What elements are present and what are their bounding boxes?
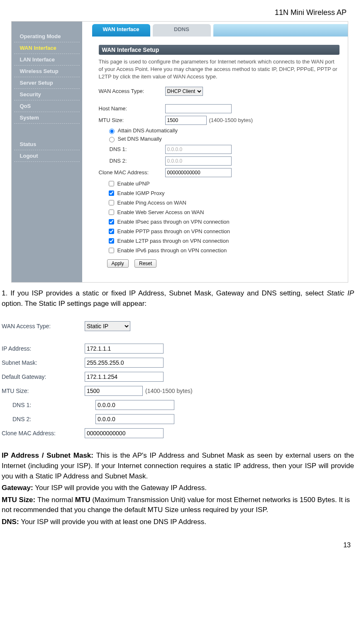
check-row: Enable Web Server Access on WAN (107, 208, 339, 216)
checkbox-1[interactable] (109, 190, 114, 196)
s2-wan-select[interactable]: Static IP (85, 321, 130, 331)
sidebar-item-qos[interactable]: QoS (14, 100, 80, 112)
page-number: 13 (0, 533, 359, 549)
sidebar-item-logout[interactable]: Logout (14, 150, 80, 162)
check-row: Enable IPsec pass through on VPN connect… (107, 218, 339, 226)
check-label: Enable IGMP Proxy (117, 190, 165, 196)
check-row: Enable PPTP pass through on VPN connecti… (107, 227, 339, 235)
reset-button[interactable]: Reset (134, 259, 156, 268)
s2-wan-label: WAN Access Type: (2, 323, 85, 329)
instruction-step-1: 1. If you ISP provides a static or fixed… (0, 288, 356, 309)
s2-mask-label: Subnet Mask: (2, 359, 85, 366)
s2-mac-input[interactable] (85, 428, 164, 438)
s2-mtu-label: MTU Size: (2, 388, 85, 394)
checkbox-2[interactable] (109, 200, 114, 205)
paragraph-dns: DNS: Your ISP will provide you with at l… (0, 517, 356, 527)
s2-gw-input[interactable] (85, 372, 164, 382)
paragraph-mtu: MTU Size: The normal MTU (Maximum Transm… (0, 495, 356, 515)
s2-dns2-label: DNS 2: (2, 416, 95, 422)
sidebar-item-wan-interface[interactable]: WAN Interface (14, 42, 80, 54)
s2-dns1-label: DNS 1: (2, 402, 95, 408)
apply-button[interactable]: Apply (107, 259, 129, 268)
check-row: Enable IGMP Proxy (107, 189, 339, 197)
sidebar-item-lan-interface[interactable]: LAN Interface (14, 54, 80, 66)
sidebar-item-system[interactable]: System (14, 112, 80, 124)
paragraph-ip-subnet: IP Address / Subnet Mask: This is the AP… (0, 451, 356, 481)
host-name-input[interactable] (165, 104, 232, 113)
checkbox-3[interactable] (109, 210, 114, 215)
mtu-size-label: MTU Size: (99, 117, 165, 123)
dns-manual-label: Set DNS Manually (118, 136, 162, 142)
s2-dns1-input[interactable] (95, 400, 174, 410)
check-row: Enable L2TP pass through on VPN connecti… (107, 237, 339, 245)
dns1-input[interactable] (165, 145, 232, 154)
paragraph-gateway: Gateway: Your ISP will provide you with … (0, 483, 356, 493)
s2-mask-input[interactable] (85, 358, 164, 368)
s2-mtu-input[interactable] (85, 386, 143, 396)
sidebar-item-operating-mode[interactable]: Operating Mode (14, 31, 80, 42)
mtu-size-input[interactable] (165, 116, 207, 125)
clone-mac-label: Clone MAC Address: (99, 169, 165, 176)
checkbox-4[interactable] (109, 219, 114, 224)
checkbox-6[interactable] (109, 238, 114, 244)
tab-ddns[interactable]: DDNS (153, 24, 211, 37)
panel-title: WAN Interface Setup (99, 45, 339, 55)
checkbox-0[interactable] (109, 181, 114, 186)
check-label: Enable IPsec pass through on VPN connect… (117, 219, 230, 225)
sidebar-item-wireless-setup[interactable]: Wireless Setup (14, 66, 80, 77)
tab-wan-interface[interactable]: WAN Interface (92, 24, 150, 37)
check-row: Enable Ping Access on WAN (107, 199, 339, 207)
dns1-label: DNS 1: (110, 146, 165, 152)
s2-mac-label: Clone MAC Address: (2, 430, 85, 437)
wan-access-type-select[interactable]: DHCP Client (165, 87, 203, 96)
check-label: Enable IPv6 pass through on VPN connecti… (117, 247, 227, 254)
sidebar-item-server-setup[interactable]: Server Setup (14, 77, 80, 89)
check-label: Enable PPTP pass through on VPN connecti… (117, 228, 230, 234)
checkbox-7[interactable] (109, 248, 114, 253)
s2-ip-input[interactable] (85, 344, 164, 354)
dns-auto-radio[interactable] (109, 129, 115, 134)
check-label: Enable uPNP (117, 181, 150, 187)
s2-ip-label: IP Address: (2, 345, 85, 352)
page-header: 11N Mini Wireless AP (0, 8, 359, 21)
dns-auto-label: Attain DNS Automatically (118, 127, 178, 134)
dns-manual-radio[interactable] (109, 137, 115, 142)
wan-access-type-label: WAN Access Type: (99, 88, 165, 94)
check-row: Enable IPv6 pass through on VPN connecti… (107, 246, 339, 254)
sidebar-item-status[interactable]: Status (14, 139, 80, 150)
checkbox-5[interactable] (109, 229, 114, 234)
s2-dns2-input[interactable] (95, 414, 174, 424)
check-label: Enable Web Server Access on WAN (117, 209, 204, 215)
panel-description: This page is used to configure the param… (99, 58, 339, 81)
router-screenshot-1: Operating Mode WAN Interface LAN Interfa… (11, 21, 348, 283)
mtu-hint: (1400-1500 bytes) (209, 117, 253, 123)
check-row: Enable uPNP (107, 180, 339, 188)
clone-mac-input[interactable] (165, 168, 232, 177)
check-label: Enable L2TP pass through on VPN connecti… (117, 238, 229, 244)
static-ip-screenshot: WAN Access Type: Static IP IP Address: S… (2, 315, 234, 445)
main-pane: WAN Interface DDNS WAN Interface Setup T… (82, 22, 348, 282)
tab-bar: WAN Interface DDNS (82, 24, 348, 37)
s2-gw-label: Default Gateway: (2, 373, 85, 380)
s2-mtu-hint: (1400-1500 bytes) (145, 388, 193, 394)
dns2-input[interactable] (165, 156, 232, 166)
sidebar: Operating Mode WAN Interface LAN Interfa… (12, 22, 82, 282)
host-name-label: Host Name: (99, 105, 165, 112)
sidebar-item-security[interactable]: Security (14, 89, 80, 100)
check-label: Enable Ping Access on WAN (117, 200, 186, 206)
dns2-label: DNS 2: (110, 158, 165, 164)
